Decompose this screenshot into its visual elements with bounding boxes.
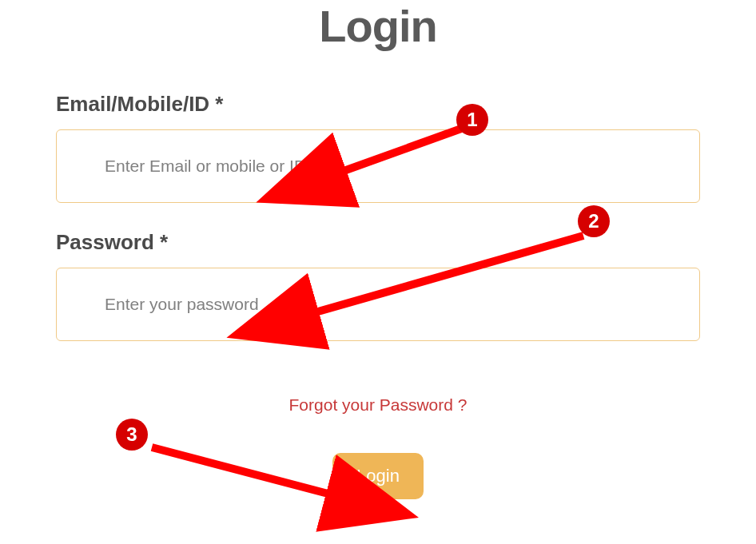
annotation-badge-2: 2 (578, 205, 610, 237)
field-group-password: Password * (56, 230, 700, 368)
forgot-password-link[interactable]: Forgot your Password ? (56, 395, 700, 415)
login-button[interactable]: Login (332, 453, 424, 499)
identifier-label: Email/Mobile/ID * (56, 92, 700, 117)
annotation-badge-1: 1 (456, 104, 488, 136)
identifier-input[interactable] (56, 129, 700, 203)
page-title: Login (56, 0, 700, 52)
annotation-badge-3: 3 (116, 419, 148, 451)
password-input[interactable] (56, 268, 700, 341)
